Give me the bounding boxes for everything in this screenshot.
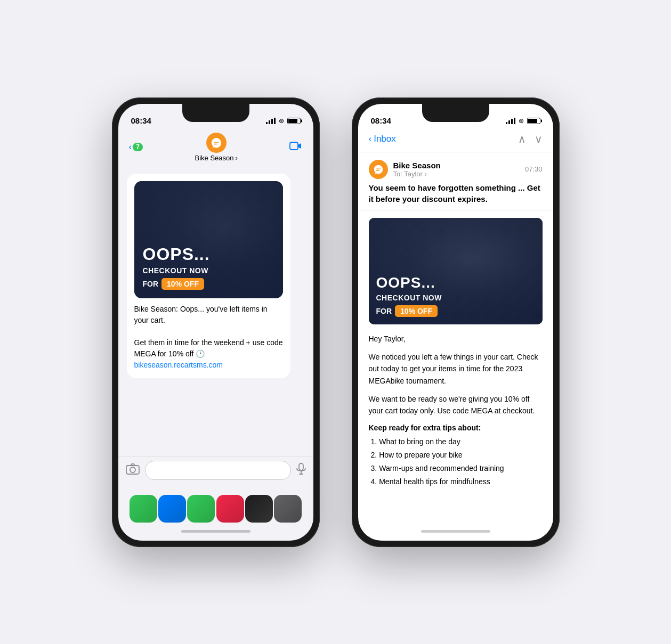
camera-icon[interactable] [126, 463, 140, 478]
email-discount-badge: 10% OFF [395, 305, 438, 317]
email-home-indicator [358, 523, 553, 541]
home-indicator [118, 523, 313, 541]
sms-discount-badge: 10% OFF [161, 278, 204, 290]
dock-messages-app[interactable] [187, 495, 215, 523]
notch [182, 104, 249, 122]
email-timestamp: 07:30 [525, 165, 543, 173]
email-nav: ‹ Inbox ∧ ∨ [358, 131, 553, 152]
signal-icon [266, 118, 276, 124]
email-up-arrow[interactable]: ∧ [518, 133, 526, 145]
email-sender-name: Bike Season [393, 161, 520, 170]
sms-hero-content: OOPS... CHECKOUT NOW FOR 10% OFF [143, 245, 274, 289]
sms-back-button[interactable]: ‹ 7 [129, 142, 143, 152]
sms-header: ‹ 7 Bike Season › [118, 131, 313, 168]
sms-messages: OOPS... CHECKOUT NOW FOR 10% OFF Bike Se… [118, 168, 313, 456]
email-tips-list: 1. What to bring on the day 2. How to pr… [369, 435, 543, 489]
email-hero-image: OOPS... CHECKOUT NOW FOR 10% OFF [369, 218, 543, 324]
list-item: 3. Warm-ups and recommended training [371, 462, 543, 475]
email-discount-row: FOR 10% OFF [376, 305, 535, 317]
email-app: ‹ Inbox ∧ ∨ [358, 131, 553, 541]
dock-safari-app[interactable] [158, 495, 186, 523]
sms-status-icons: ⊛ [266, 117, 301, 125]
inbox-label: Inbox [374, 134, 396, 144]
sms-contact-name[interactable]: Bike Season › [195, 154, 238, 162]
sms-discount-row: FOR 10% OFF [143, 278, 274, 290]
email-oops-text: OOPS... [376, 275, 535, 291]
chevron-icon: › [236, 154, 238, 162]
back-badge: 7 [133, 143, 143, 151]
sms-avatar [206, 133, 227, 153]
sms-hero-image: OOPS... CHECKOUT NOW FOR 10% OFF [134, 181, 283, 298]
email-paragraph1: We noticed you left a few things in your… [369, 351, 543, 387]
list-item: 1. What to bring on the day [371, 435, 543, 449]
list-item: 2. How to prepare your bike [371, 449, 543, 462]
email-subject: You seem to have forgotten something ...… [369, 182, 543, 205]
dock-camera-app[interactable] [274, 495, 302, 523]
sms-message-bubble: OOPS... CHECKOUT NOW FOR 10% OFF Bike Se… [127, 174, 290, 378]
email-phone: 08:34 ⊛ [352, 97, 560, 547]
email-time: 08:34 [371, 116, 391, 125]
sms-for-label: FOR [143, 280, 159, 288]
dock-music-app[interactable] [216, 495, 244, 523]
email-header: Bike Season To: Taylor › 07:30 You seem … [358, 152, 553, 210]
wifi-icon: ⊛ [279, 117, 284, 125]
email-body: OOPS... CHECKOUT NOW FOR 10% OFF Hey Tay… [358, 210, 553, 523]
email-paragraph2: We want to be ready so we're giving you … [369, 393, 543, 417]
sms-checkout-text: CHECKOUT NOW [143, 266, 274, 275]
sms-contact-center: Bike Season › [195, 133, 238, 162]
phones-container: 08:34 ⊛ ‹ 7 [91, 76, 581, 568]
sms-link[interactable]: bikeseason.recartsms.com [134, 361, 223, 369]
sms-message-text: Bike Season: Oops... you've left items i… [134, 304, 283, 371]
sms-phone: 08:34 ⊛ ‹ 7 [112, 97, 320, 547]
email-checkout-text: CHECKOUT NOW [376, 294, 535, 302]
dock-phone-app[interactable] [130, 495, 157, 523]
email-signal-icon [506, 118, 515, 124]
email-wifi-icon: ⊛ [519, 117, 524, 125]
sms-text-input[interactable] [145, 461, 291, 480]
sms-oops-text: OOPS... [143, 245, 274, 264]
email-nav-arrows: ∧ ∨ [518, 133, 543, 145]
sms-time: 08:34 [131, 116, 151, 125]
list-item: 4. Mental health tips for mindfulness [371, 475, 543, 488]
email-notch [422, 104, 489, 122]
dock-wallet-app[interactable] [245, 495, 273, 523]
email-sender-info: Bike Season To: Taylor › [393, 161, 520, 178]
email-for-label: FOR [376, 307, 392, 315]
email-battery-icon [527, 118, 540, 124]
back-arrow-icon: ‹ [369, 134, 372, 144]
app-dock [118, 491, 313, 523]
svg-rect-3 [299, 463, 303, 470]
battery-icon [287, 118, 301, 124]
email-back-button[interactable]: ‹ Inbox [369, 134, 396, 144]
svg-rect-0 [290, 142, 298, 150]
email-status-icons: ⊛ [506, 117, 540, 125]
sms-video-button[interactable] [289, 140, 302, 154]
email-sender-row: Bike Season To: Taylor › 07:30 [369, 160, 543, 179]
back-chevron: ‹ [129, 142, 132, 152]
svg-point-2 [130, 467, 135, 472]
email-sender-avatar [369, 160, 388, 179]
sms-input-bar [118, 456, 313, 491]
email-greeting: Hey Taylor, [369, 333, 543, 345]
email-down-arrow[interactable]: ∨ [535, 133, 543, 145]
voice-icon[interactable] [296, 463, 306, 477]
email-tips-heading: Keep ready for extra tips about: [369, 423, 543, 432]
email-to-line: To: Taylor › [393, 170, 520, 178]
